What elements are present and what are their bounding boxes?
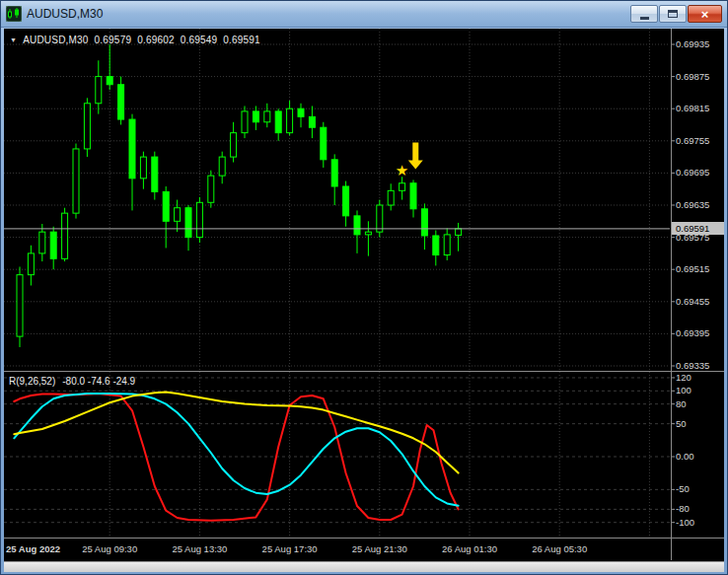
down-arrow-marker-icon[interactable] [408,142,423,169]
minimize-button[interactable] [630,5,658,23]
time-axis-label: 25 Aug 09:30 [82,543,137,554]
time-axis-label: 25 Aug 21:30 [352,543,407,554]
candle-body [433,236,439,255]
candle-body [129,119,135,179]
indicator-axis-label: 50 [676,418,687,429]
close-icon: × [701,8,709,21]
candle-body [231,133,237,157]
price-axis-label: 0.69815 [676,103,709,113]
price-axis-label: 0.69335 [676,360,709,371]
candle-body [331,160,337,186]
indicator-label: R(9,26,52) -80.0 -74.6 -24.9 [9,376,135,387]
price-axis-label: 0.69755 [676,135,709,146]
chart-canvas[interactable]: 0.699350.698750.698150.697550.696950.696… [4,29,724,572]
candle-body [298,108,304,116]
chart-legend: ▼ AUDUSD,M30 0.69579 0.69602 0.69549 0.6… [10,35,260,45]
candle-body [140,157,146,179]
indicator-axis-label: -80 [676,503,690,514]
chart-client-area: 0.699350.698750.698150.697550.696950.696… [4,29,724,572]
application-window: AUDUSD,M30 × 0.699350.698750.698150.6975… [0,0,728,575]
star-marker-icon[interactable]: ★ [396,162,408,180]
legend-low: 0.69549 [181,35,218,45]
window-title: AUDUSD,M30 [27,7,103,21]
time-axis-label: 25 Aug 13:30 [172,543,227,554]
collapse-triangle-icon[interactable]: ▼ [10,36,17,43]
candle-body [219,157,225,176]
candle-body [264,111,270,122]
indicator-axis-label: 120 [676,372,692,383]
candle-body [287,108,293,132]
price-axis-label: 0.69455 [676,296,709,307]
candle-body [354,216,360,235]
indicator-axis-label: 0.00 [676,451,694,462]
indicator-axis-label: -50 [676,483,690,494]
price-axis-label: 0.69875 [676,71,709,82]
legend-close: 0.69591 [223,35,260,45]
oscillator-line-r-mid [14,394,458,506]
close-button[interactable]: × [688,5,722,23]
candle-body [17,275,23,336]
indicator-axis-label: -100 [676,517,694,528]
candle-body [377,205,383,232]
time-axis-label: 25 Aug 17:30 [262,543,318,554]
legend-high: 0.69602 [137,35,175,45]
candle-body [275,111,281,133]
current-price-badge: 0.69591 [672,222,724,235]
restore-button[interactable] [659,5,687,23]
window-titlebar[interactable]: AUDUSD,M30 × [1,1,727,28]
candle-body [152,157,158,191]
candle-body [84,104,90,149]
candle-body [388,190,394,205]
candle-body [96,77,102,104]
candle-body [421,209,427,236]
candle-body [410,183,416,209]
candle-body [50,232,56,258]
candle-body [456,229,462,236]
price-axis-label: 0.69635 [676,199,709,210]
time-axis-label: 26 Aug 05:30 [532,543,587,554]
candle-body [321,127,327,160]
candle-body [242,111,248,133]
candle-body [400,183,405,191]
candle-body [28,253,34,275]
window-controls: × [629,5,722,23]
indicator-axis-label: 100 [676,385,692,395]
indicator-values: -80.0 -74.6 -24.9 [62,376,135,387]
price-axis-label: 0.69515 [676,263,709,274]
restore-icon [668,10,678,18]
candle-body [62,213,68,258]
candle-body [309,116,315,127]
candle-body [343,186,349,216]
price-axis-label: 0.69935 [676,38,709,49]
candle-body [39,232,45,253]
indicator-axis-label: 80 [676,398,687,409]
time-axis-label: 25 Aug 2022 [6,543,60,554]
candle-body [253,111,258,122]
candle-body [196,202,202,237]
legend-open: 0.69579 [95,35,132,45]
candle-body [444,235,450,255]
indicator-name: R(9,26,52) [9,376,55,387]
chart-window-icon [6,6,22,22]
candle-body [118,85,124,119]
horizontal-scrollbar[interactable] [4,561,724,572]
minimize-icon [640,17,649,20]
candle-body [365,232,371,235]
price-axis-label: 0.69695 [676,167,709,178]
time-axis-label: 26 Aug 01:30 [442,543,497,554]
legend-symbol: AUDUSD,M30 [23,35,88,45]
candle-body [185,208,191,238]
price-axis-label: 0.69395 [676,327,709,338]
candle-body [175,208,181,222]
candle-body [73,149,79,213]
candle-body [163,191,169,221]
candle-body [208,176,214,202]
candle-body [107,77,112,85]
